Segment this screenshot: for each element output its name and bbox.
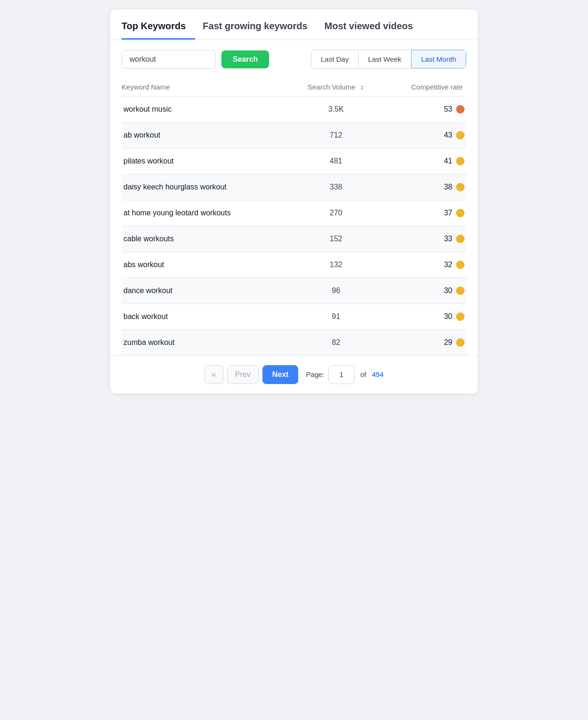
competitive-rate-dot xyxy=(456,131,465,139)
table-row: cable workouts15233 xyxy=(122,226,466,252)
tab-most-viewed[interactable]: Most viewed videos xyxy=(325,21,423,40)
keyword-cell: abs workout xyxy=(122,252,292,278)
table-row: daisy keech hourglass workout33838 xyxy=(122,174,466,200)
competitive-rate-cell: 30 xyxy=(380,278,466,303)
competitive-rate-cell: 29 xyxy=(380,329,466,355)
competitive-rate-value: 29 xyxy=(444,338,452,347)
competitive-rate-value: 30 xyxy=(444,286,452,295)
competitive-rate-cell: 43 xyxy=(380,122,466,148)
page-label: Page: xyxy=(306,370,324,378)
tabs-bar: Top Keywords Fast growing keywords Most … xyxy=(110,9,478,40)
keyword-cell: daisy keech hourglass workout xyxy=(122,174,292,200)
keyword-cell: back workout xyxy=(122,303,292,329)
competitive-rate-dot xyxy=(456,261,465,269)
competitive-rate-value: 53 xyxy=(444,105,452,114)
search-bar: Search Last Day Last Week Last Month xyxy=(110,40,478,78)
competitive-rate-cell: 37 xyxy=(380,200,466,226)
keyword-cell: zumba workout xyxy=(122,329,292,355)
table-row: workout music3.5K53 xyxy=(122,96,466,122)
time-filter-group: Last Day Last Week Last Month xyxy=(311,49,466,69)
table-row: at home young leotard workouts27037 xyxy=(122,200,466,226)
search-volume-cell: 270 xyxy=(292,200,380,226)
filter-icon[interactable]: ⇕ xyxy=(359,84,365,91)
tab-fast-growing[interactable]: Fast growing keywords xyxy=(203,21,317,40)
pagination: « Prev Next Page: of 454 xyxy=(110,355,478,393)
search-volume-cell: 712 xyxy=(292,122,380,148)
keyword-cell: pilates workout xyxy=(122,148,292,174)
competitive-rate-cell: 38 xyxy=(380,174,466,200)
keyword-table-wrap: Keyword Name Search Volume ⇕ Competitive… xyxy=(110,78,478,355)
competitive-rate-value: 32 xyxy=(444,261,452,269)
keyword-cell: dance workout xyxy=(122,278,292,303)
search-volume-cell: 91 xyxy=(292,303,380,329)
tab-top-keywords[interactable]: Top Keywords xyxy=(122,21,195,40)
search-input[interactable] xyxy=(122,50,216,69)
search-button[interactable]: Search xyxy=(221,50,269,68)
next-page-button[interactable]: Next xyxy=(262,365,299,384)
competitive-rate-dot xyxy=(456,338,465,347)
competitive-rate-dot xyxy=(456,209,465,217)
search-volume-cell: 3.5K xyxy=(292,96,380,122)
competitive-rate-value: 43 xyxy=(444,131,452,139)
competitive-rate-value: 37 xyxy=(444,209,452,217)
competitive-rate-dot xyxy=(456,312,465,321)
competitive-rate-cell: 53 xyxy=(380,96,466,122)
prev-page-button[interactable]: Prev xyxy=(227,365,259,384)
competitive-rate-dot xyxy=(456,235,465,243)
page-input[interactable] xyxy=(328,365,355,384)
competitive-rate-value: 41 xyxy=(444,157,452,165)
competitive-rate-value: 30 xyxy=(444,312,452,321)
col-header-search-volume: Search Volume ⇕ xyxy=(292,78,380,96)
search-volume-cell: 152 xyxy=(292,226,380,252)
table-row: ab workout71243 xyxy=(122,122,466,148)
keyword-cell: workout music xyxy=(122,96,292,122)
keyword-cell: cable workouts xyxy=(122,226,292,252)
keyword-cell: ab workout xyxy=(122,122,292,148)
search-volume-cell: 96 xyxy=(292,278,380,303)
competitive-rate-dot xyxy=(456,105,465,114)
competitive-rate-cell: 30 xyxy=(380,303,466,329)
main-card: Top Keywords Fast growing keywords Most … xyxy=(110,9,478,393)
competitive-rate-cell: 33 xyxy=(380,226,466,252)
table-row: back workout9130 xyxy=(122,303,466,329)
competitive-rate-cell: 41 xyxy=(380,148,466,174)
keyword-table: Keyword Name Search Volume ⇕ Competitive… xyxy=(122,78,466,355)
first-page-button[interactable]: « xyxy=(204,365,223,384)
filter-last-day[interactable]: Last Day xyxy=(311,50,359,68)
col-header-competitive: Competitive rate xyxy=(380,78,466,96)
search-volume-cell: 132 xyxy=(292,252,380,278)
table-row: zumba workout8229 xyxy=(122,329,466,355)
search-volume-cell: 481 xyxy=(292,148,380,174)
competitive-rate-value: 33 xyxy=(444,235,452,243)
competitive-rate-dot xyxy=(456,157,465,165)
competitive-rate-dot xyxy=(456,183,465,191)
table-row: pilates workout48141 xyxy=(122,148,466,174)
search-volume-cell: 82 xyxy=(292,329,380,355)
filter-last-month[interactable]: Last Month xyxy=(411,50,466,68)
col-header-keyword: Keyword Name xyxy=(122,78,292,96)
keyword-cell: at home young leotard workouts xyxy=(122,200,292,226)
competitive-rate-dot xyxy=(456,286,465,295)
filter-last-week[interactable]: Last Week xyxy=(359,50,411,68)
table-row: dance workout9630 xyxy=(122,278,466,303)
page-total: 454 xyxy=(372,370,384,378)
search-volume-cell: 338 xyxy=(292,174,380,200)
page-of-label: of xyxy=(360,370,367,378)
competitive-rate-cell: 32 xyxy=(380,252,466,278)
table-row: abs workout13232 xyxy=(122,252,466,278)
competitive-rate-value: 38 xyxy=(444,183,452,191)
